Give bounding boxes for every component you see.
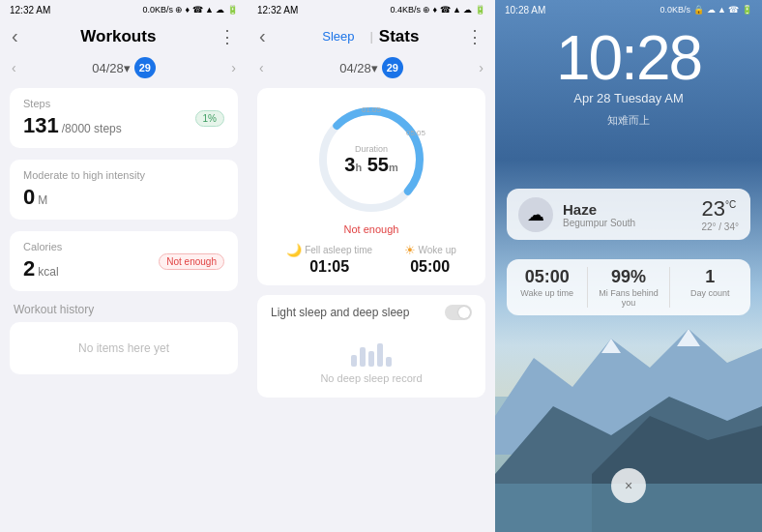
- stats-header: ‹ Sleep | Stats ⋮: [248, 19, 495, 53]
- date-nav-2: ‹ 04/28▾ 29 ›: [248, 53, 495, 82]
- date-nav-1: ‹ 04/28▾ 29 ›: [0, 53, 248, 82]
- no-deep-text: No deep sleep record: [320, 372, 422, 384]
- stats-val-2: 1: [705, 267, 715, 287]
- stats-item-2: 1 Day count: [670, 259, 750, 315]
- stats-label-0: Wake up time: [520, 288, 573, 298]
- weather-info: Haze Begumpur South: [563, 201, 691, 228]
- lockscreen-time-display: 10:28 Apr 28 Tuesday AM 知难而上: [495, 27, 762, 128]
- deep-sleep-toggle[interactable]: [445, 305, 472, 320]
- weather-range: 22° / 34°: [701, 222, 739, 232]
- circle-time-end: 05:05: [406, 129, 425, 137]
- stats-tabs: Sleep | Stats: [312, 27, 419, 46]
- cloud-icon: ☁: [527, 204, 544, 225]
- lockscreen-time: 10:28 AM: [505, 5, 545, 15]
- lockscreen-panel: 10:28 AM 0.0KB/s 🔒 ☁ ▲ ☎ 🔋 10:28 Apr 28 …: [495, 0, 762, 532]
- date-badge-2: 29: [382, 57, 403, 78]
- prev-date-1[interactable]: ‹: [12, 60, 16, 75]
- steps-percent: 1%: [195, 110, 224, 127]
- weather-card: ☁ Haze Begumpur South 23°C 22° / 34°: [507, 189, 750, 240]
- tab-stats[interactable]: Stats: [379, 27, 420, 46]
- network-1: 0.0KB/s: [142, 5, 173, 15]
- moon-icon: 🌙: [286, 243, 302, 257]
- intensity-value: 0M: [23, 185, 224, 210]
- stats-row-card: 05:00 Wake up time 99% Mi Fans behind yo…: [507, 259, 750, 315]
- weather-temp-block: 23°C 22° / 34°: [701, 196, 739, 232]
- intensity-label: Moderate to high intensity: [23, 169, 224, 181]
- steps-card: Steps 131/8000 steps 1%: [10, 88, 238, 148]
- stats-val-1: 99%: [611, 267, 646, 287]
- next-date-1[interactable]: ›: [231, 60, 236, 75]
- time-date: Apr 28 Tuesday AM: [495, 91, 762, 105]
- weather-temp: 23°C: [701, 196, 739, 222]
- circle-time-start: 01:05: [362, 105, 381, 114]
- icons-2: ⊕ ♦ ☎ ▲ ☁ 🔋: [423, 5, 485, 15]
- network-3: 0.0KB/s: [660, 5, 691, 15]
- fell-asleep-label: 🌙 Fell asleep time: [286, 243, 372, 257]
- bar-chart-icon: [351, 338, 392, 367]
- lockscreen-status-icons: 🔒 ☁ ▲ ☎ 🔋: [693, 5, 752, 15]
- sleep-times-row: 🌙 Fell asleep time 01:05 ☀ Woke up 05:00: [271, 243, 472, 276]
- stats-item-1: 99% Mi Fans behind you: [588, 259, 668, 315]
- stats-label-2: Day count: [690, 288, 730, 298]
- steps-value: 131/8000 steps: [23, 113, 122, 138]
- status-bar-2: 12:32 AM 0.4KB/s ⊕ ♦ ☎ ▲ ☁ 🔋: [248, 0, 495, 19]
- lockscreen-icons: 0.0KB/s 🔒 ☁ ▲ ☎ 🔋: [660, 5, 752, 15]
- menu-button-1[interactable]: ⋮: [219, 26, 236, 47]
- calories-card: Calories 2kcal Not enough: [10, 231, 238, 291]
- sleep-not-enough: Not enough: [344, 223, 399, 235]
- date-center-2: 04/28▾ 29: [339, 57, 403, 78]
- no-deep-sleep: No deep sleep record: [271, 328, 472, 388]
- quote: 知难而上: [495, 113, 762, 128]
- woke-up-item: ☀ Woke up 05:00: [404, 243, 456, 276]
- date-label-1[interactable]: 04/28▾: [92, 61, 131, 75]
- network-2: 0.4KB/s: [390, 5, 421, 15]
- history-section-label: Workout history: [0, 297, 248, 318]
- lockscreen: 10:28 AM 0.0KB/s 🔒 ☁ ▲ ☎ 🔋 10:28 Apr 28 …: [495, 0, 762, 532]
- time-1: 12:32 AM: [10, 5, 50, 15]
- woke-up-label: ☀ Woke up: [404, 243, 456, 257]
- workouts-header: ‹ Workouts ⋮: [0, 19, 248, 53]
- date-label-2[interactable]: 04/28▾: [339, 61, 378, 75]
- deep-sleep-card: Light sleep and deep sleep No deep sleep…: [257, 295, 485, 398]
- time-2: 12:32 AM: [257, 5, 298, 15]
- deep-sleep-header: Light sleep and deep sleep: [271, 305, 472, 320]
- menu-button-2[interactable]: ⋮: [466, 26, 484, 47]
- next-date-2[interactable]: ›: [479, 60, 484, 75]
- fell-asleep-item: 🌙 Fell asleep time 01:05: [286, 243, 372, 276]
- tab-sleep[interactable]: Sleep: [312, 27, 364, 45]
- history-empty: No items here yet: [10, 322, 238, 374]
- unlock-button[interactable]: ×: [611, 468, 646, 503]
- stats-label-1: Mi Fans behind you: [592, 288, 664, 308]
- weather-icon: ☁: [518, 197, 553, 232]
- workouts-title: Workouts: [80, 27, 156, 46]
- sun-icon: ☀: [404, 243, 416, 257]
- sleep-circle-card: 01:05 05:05 Duration 3h 55m Not enough 🌙…: [257, 88, 485, 285]
- weather-location: Begumpur South: [563, 218, 691, 228]
- stats-item-0: 05:00 Wake up time: [507, 259, 587, 315]
- prev-date-2[interactable]: ‹: [259, 60, 264, 75]
- big-time: 10:28: [495, 27, 762, 89]
- calories-tag: Not enough: [159, 253, 224, 270]
- duration-center: Duration 3h 55m: [344, 144, 397, 176]
- calories-label: Calories: [23, 241, 62, 252]
- woke-up-value: 05:00: [410, 258, 450, 276]
- workouts-panel: 12:32 AM 0.0KB/s ⊕ ♦ ☎ ▲ ☁ 🔋 ‹ Workouts …: [0, 0, 248, 532]
- icons-1: ⊕ ♦ ☎ ▲ ☁ 🔋: [175, 5, 238, 15]
- intensity-card: Moderate to high intensity 0M: [10, 160, 238, 220]
- deep-sleep-label: Light sleep and deep sleep: [271, 306, 409, 319]
- back-button-1[interactable]: ‹: [12, 25, 18, 47]
- steps-label: Steps: [23, 98, 122, 109]
- status-icons-1: 0.0KB/s ⊕ ♦ ☎ ▲ ☁ 🔋: [142, 5, 238, 15]
- lockscreen-status-bar: 10:28 AM 0.0KB/s 🔒 ☁ ▲ ☎ 🔋: [495, 0, 762, 19]
- weather-name: Haze: [563, 201, 691, 218]
- date-center-1: 04/28▾ 29: [92, 57, 156, 78]
- fell-asleep-value: 01:05: [309, 258, 349, 276]
- stats-val-0: 05:00: [525, 267, 570, 287]
- back-button-2[interactable]: ‹: [259, 25, 266, 47]
- calories-value: 2kcal: [23, 256, 62, 281]
- date-badge-1: 29: [134, 57, 156, 78]
- status-icons-2: 0.4KB/s ⊕ ♦ ☎ ▲ ☁ 🔋: [390, 5, 485, 15]
- status-bar-1: 12:32 AM 0.0KB/s ⊕ ♦ ☎ ▲ ☁ 🔋: [0, 0, 248, 19]
- stats-panel: 12:32 AM 0.4KB/s ⊕ ♦ ☎ ▲ ☁ 🔋 ‹ Sleep | S…: [248, 0, 495, 532]
- sleep-circle: 01:05 05:05 Duration 3h 55m: [313, 102, 429, 218]
